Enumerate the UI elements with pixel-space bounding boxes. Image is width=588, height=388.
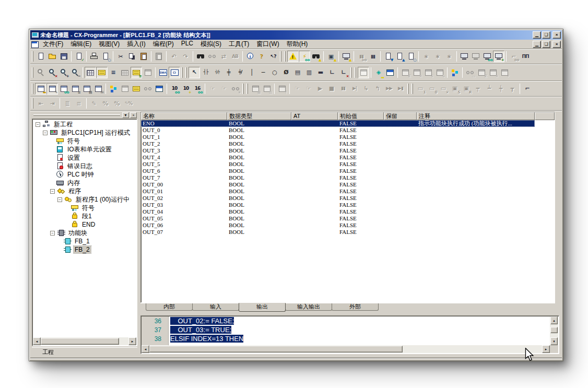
- show-address-reference-button[interactable]: ▤: [81, 83, 92, 95]
- var-row-OUT_01[interactable]: OUT_01BOOLFALSE: [141, 188, 535, 195]
- cut-button[interactable]: ✂: [115, 51, 126, 62]
- new-instruction-block-button[interactable]: ▥: [303, 67, 315, 78]
- upload-from-plc-button[interactable]: ▲: [394, 51, 405, 62]
- tree-item-io-table-unit-setup[interactable]: IO表和单元设置: [33, 145, 136, 154]
- tree-item-section-1[interactable]: 段1: [33, 212, 136, 220]
- tree-expander[interactable]: −: [57, 197, 62, 202]
- column-header-注释[interactable]: 注释: [417, 112, 535, 120]
- compare-with-plc-button[interactable]: ○: [405, 51, 417, 62]
- menu-tools[interactable]: 工具(T): [225, 39, 253, 49]
- save-button[interactable]: [58, 51, 69, 62]
- menu-simulation[interactable]: 模拟(S): [197, 39, 225, 49]
- mdi-restore-button[interactable]: ❏: [542, 41, 550, 48]
- tree-horizontal-scrollbar[interactable]: ◄ ►: [33, 337, 136, 345]
- toolbar-grip[interactable]: [407, 84, 409, 94]
- delete-connecting-line-button[interactable]: ∟×: [338, 67, 349, 78]
- tree-item-symbols[interactable]: 符号: [33, 137, 136, 145]
- show-io-comment-button[interactable]: ✉: [92, 83, 104, 95]
- find-next-error-button[interactable]: ▲: [310, 51, 322, 62]
- menu-file[interactable]: 文件(F): [39, 39, 67, 49]
- menu-plc[interactable]: PLC: [178, 39, 197, 49]
- app-icon[interactable]: [31, 32, 39, 39]
- tree-expander[interactable]: −: [36, 122, 40, 127]
- scroll-left-button[interactable]: ◄: [142, 345, 149, 353]
- cross-reference-report-button[interactable]: [108, 83, 119, 95]
- column-header-保留[interactable]: 保留: [384, 112, 417, 120]
- var-row-OUT_2[interactable]: OUT_2BOOLFALSE: [141, 140, 535, 147]
- toolbar-grip[interactable]: [32, 84, 33, 94]
- tree-expander[interactable]: −: [50, 189, 55, 194]
- new-closed-contact-button[interactable]: ┤/├: [211, 67, 223, 78]
- zoom-reset-button[interactable]: ×: [46, 67, 58, 78]
- compile-program-check-button[interactable]: ✓: [73, 51, 85, 62]
- io-comment-editor-button[interactable]: [131, 83, 142, 95]
- var-row-OUT_0[interactable]: OUT_0BOOLFALSE: [141, 127, 535, 134]
- menu-view[interactable]: 视图(V): [95, 39, 123, 49]
- dock-header[interactable]: ▼ ×: [32, 112, 137, 119]
- column-header-数据类型[interactable]: 数据类型: [227, 112, 291, 120]
- code-line-38[interactable]: 38ELSIF INDEX=13 THEN: [142, 334, 550, 343]
- tree-expander[interactable]: −: [43, 131, 48, 135]
- column-header-AT[interactable]: AT: [291, 112, 338, 120]
- editor-horizontal-scrollbar[interactable]: ◄ ►: [142, 345, 550, 353]
- scroll-up-button[interactable]: ▲: [550, 316, 558, 324]
- scroll-thumb[interactable]: [550, 327, 558, 333]
- menu-help[interactable]: 帮助(H): [283, 39, 312, 49]
- copy-button[interactable]: [126, 51, 138, 62]
- var-row-OUT_4[interactable]: OUT_4BOOLFALSE: [141, 154, 535, 161]
- tree-item-fb-1[interactable]: FB_1: [33, 237, 136, 245]
- print-button[interactable]: [88, 51, 100, 62]
- show-rung-comments-button[interactable]: [96, 67, 108, 78]
- view-mnemonics-button[interactable]: SMA: [157, 67, 169, 78]
- toolbar-grip[interactable]: [411, 84, 413, 94]
- var-row-OUT_07[interactable]: OUT_07BOOLFALSE: [141, 229, 535, 236]
- tree-expander[interactable]: −: [50, 231, 55, 236]
- tab-in-out[interactable]: 输入输出: [285, 303, 332, 311]
- var-row-ENO[interactable]: ENOBOOLFALSE指示功能块执行成功 (功能块被执行...: [141, 120, 535, 127]
- memory-view-button[interactable]: [154, 83, 165, 95]
- show-grid-button[interactable]: [85, 67, 96, 78]
- toolbar-grip[interactable]: [284, 51, 286, 62]
- var-row-OUT_1[interactable]: OUT_1BOOLFALSE: [141, 134, 535, 140]
- restore-button[interactable]: ❏: [542, 31, 550, 39]
- show-symbol-bar-button[interactable]: ≡: [131, 67, 142, 78]
- dock-gripper[interactable]: [33, 114, 120, 116]
- var-row-OUT_03[interactable]: OUT_03BOOLFALSE: [141, 202, 535, 208]
- toolbar-grip[interactable]: [32, 98, 33, 109]
- scroll-thumb[interactable]: [41, 338, 119, 345]
- mdi-close-button[interactable]: ×: [552, 41, 561, 48]
- toolbar-grip[interactable]: [246, 84, 248, 94]
- toolbar-grip[interactable]: [350, 67, 352, 78]
- code-line-36[interactable]: 36 OUT_02:= FALSE;: [142, 316, 550, 325]
- zoom-out-button[interactable]: −: [69, 67, 81, 78]
- show-rung-list-button[interactable]: ≡: [108, 67, 119, 78]
- toolbar-grip[interactable]: [355, 67, 356, 78]
- tree-item-settings[interactable]: 设置: [33, 154, 136, 162]
- monitor-decimal-button[interactable]: 10oo: [169, 83, 180, 95]
- tab-internals[interactable]: 内部: [146, 303, 193, 311]
- var-row-OUT_02[interactable]: OUT_02BOOLFALSE: [141, 195, 535, 202]
- zoom-in-button[interactable]: +: [58, 67, 69, 78]
- var-row-OUT_00[interactable]: OUT_00BOOLFALSE: [141, 181, 535, 188]
- show-watch-window-button[interactable]: oo: [58, 83, 69, 95]
- tree-item-programs[interactable]: −程序: [33, 187, 136, 195]
- dock-menu-button[interactable]: ▼: [122, 112, 129, 118]
- show-cross-reference-button[interactable]: ≡: [69, 83, 81, 95]
- find-button[interactable]: [195, 51, 206, 62]
- print-preview-button[interactable]: ○: [100, 51, 111, 62]
- column-header-名称[interactable]: 名称: [141, 112, 227, 120]
- new-connecting-line-button[interactable]: ∟: [326, 67, 338, 78]
- about-button[interactable]: [244, 51, 256, 62]
- tree-item-function-blocks[interactable]: −功能块: [33, 229, 136, 237]
- symbol-reference-button[interactable]: [449, 67, 461, 78]
- project-tab[interactable]: 工程: [34, 348, 62, 357]
- new-closed-coil-button[interactable]: Ø: [280, 67, 292, 78]
- toolbar-grip[interactable]: [185, 67, 187, 78]
- new-or-contact-button[interactable]: ╪: [223, 67, 234, 78]
- tab-outputs[interactable]: 输出: [239, 303, 286, 312]
- go-to-next-address-button[interactable]: ⌐: [522, 83, 533, 95]
- scroll-thumb[interactable]: [149, 346, 403, 352]
- title-bar[interactable]: 未命名標題 - CX-Programmer - [新PLC1.FB_2 [功能块…: [30, 30, 562, 40]
- time-chart-monitor-button[interactable]: ΠΠ: [520, 51, 531, 62]
- monitor-hex-button[interactable]: 16oo: [192, 83, 203, 95]
